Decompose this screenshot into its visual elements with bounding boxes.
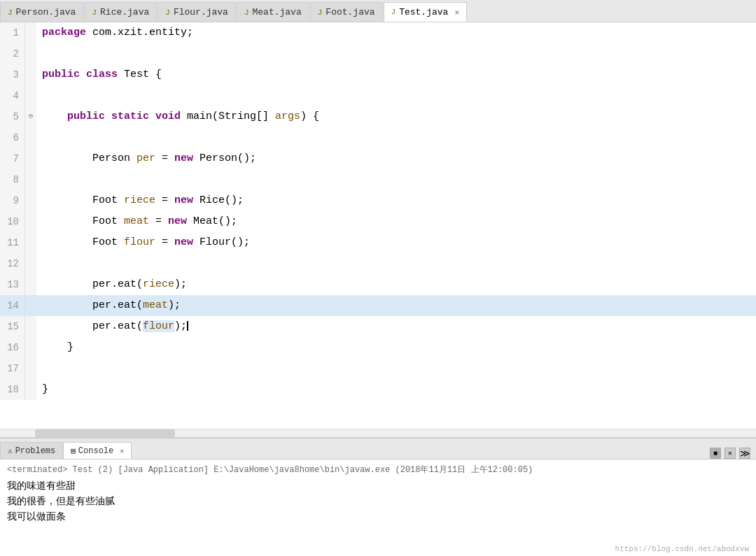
code-line-16: 16 }	[0, 337, 756, 358]
line-fold-2	[25, 43, 36, 64]
line-content-15: per.eat(flour);	[36, 316, 756, 337]
panel-tab-label-problems: Problems	[15, 446, 56, 456]
panel-tab-label-console: Console	[78, 446, 113, 456]
tab-label-person: Person.java	[16, 7, 76, 17]
line-fold-14	[25, 295, 36, 316]
tab-person[interactable]: J Person.java	[0, 2, 83, 22]
code-line-9: 9 Foot riece = new Rice();	[0, 190, 756, 211]
panel-tab-problems[interactable]: ⚠ Problems	[0, 442, 63, 459]
line-fold-10	[25, 211, 36, 232]
line-fold-6	[25, 127, 36, 148]
code-line-13: 13 per.eat(riece);	[0, 274, 756, 295]
java-icon-flour: J	[165, 8, 170, 17]
line-number-9: 9	[0, 190, 25, 211]
line-fold-5[interactable]: ⊖	[25, 106, 36, 127]
problems-icon: ⚠	[8, 446, 13, 455]
java-icon-rice: J	[92, 8, 97, 17]
line-content-11: Foot flour = new Flour();	[36, 232, 756, 253]
code-line-8: 8	[0, 169, 756, 190]
code-line-14: 14 per.eat(meat);	[0, 295, 756, 316]
line-number-17: 17	[0, 358, 25, 379]
panel-tab-console[interactable]: ▤ Console ✕	[63, 442, 132, 459]
line-number-3: 3	[0, 64, 25, 85]
line-number-12: 12	[0, 253, 25, 274]
code-line-18: 18 }	[0, 379, 756, 400]
code-editor: 1 package com.xzit.entity; 2 3 public cl…	[0, 22, 756, 437]
line-content-8	[36, 169, 756, 190]
code-line-3: 3 public class Test {	[0, 64, 756, 85]
code-line-1: 1 package com.xzit.entity;	[0, 22, 756, 43]
console-line-1: 我的味道有些甜	[7, 478, 749, 494]
tab-rice[interactable]: J Rice.java	[84, 2, 157, 22]
line-number-10: 10	[0, 211, 25, 232]
java-icon-foot: J	[318, 8, 323, 17]
line-content-16: }	[36, 337, 756, 358]
line-number-8: 8	[0, 169, 25, 190]
line-content-6	[36, 127, 756, 148]
tab-label-meat: Meat.java	[253, 7, 302, 17]
line-content-3: public class Test {	[36, 64, 756, 85]
tab-flour[interactable]: J Flour.java	[158, 2, 236, 22]
line-number-11: 11	[0, 232, 25, 253]
line-content-2	[36, 43, 756, 64]
java-icon-test: J	[391, 8, 396, 16]
line-number-16: 16	[0, 337, 25, 358]
line-fold-8	[25, 169, 36, 190]
console-line-3: 我可以做面条	[7, 509, 749, 525]
line-number-1: 1	[0, 22, 25, 43]
line-number-6: 6	[0, 127, 25, 148]
horizontal-scrollbar[interactable]	[0, 429, 756, 437]
java-icon-meat: J	[244, 8, 249, 17]
line-fold-16	[25, 337, 36, 358]
code-area[interactable]: 1 package com.xzit.entity; 2 3 public cl…	[0, 22, 756, 429]
line-fold-1	[25, 22, 36, 43]
code-line-17: 17	[0, 358, 756, 379]
line-number-13: 13	[0, 274, 25, 295]
code-line-10: 10 Foot meat = new Meat();	[0, 211, 756, 232]
line-number-14: 14	[0, 295, 25, 316]
line-number-15: 15	[0, 316, 25, 337]
code-line-2: 2	[0, 43, 756, 64]
close-panel-button[interactable]: ✕	[724, 448, 736, 459]
tab-test[interactable]: J Test.java ✕	[384, 2, 467, 22]
line-content-10: Foot meat = new Meat();	[36, 211, 756, 232]
console-output: <terminated> Test (2) [Java Application]…	[0, 459, 756, 556]
line-number-2: 2	[0, 43, 25, 64]
line-fold-7	[25, 148, 36, 169]
console-terminated-text: <terminated> Test (2) [Java Application]…	[7, 464, 749, 476]
java-icon-person: J	[8, 8, 13, 17]
code-line-15: 15 per.eat(flour);	[0, 316, 756, 337]
minimize-panel-button[interactable]: ≫	[739, 448, 750, 459]
line-number-18: 18	[0, 379, 25, 400]
line-number-7: 7	[0, 148, 25, 169]
line-content-4	[36, 85, 756, 106]
code-line-6: 6	[0, 127, 756, 148]
code-line-7: 7 Person per = new Person();	[0, 148, 756, 169]
line-content-17	[36, 358, 756, 379]
tab-label-test: Test.java	[399, 7, 448, 17]
code-line-12: 12	[0, 253, 756, 274]
code-line-5: 5 ⊖ public static void main(String[] arg…	[0, 106, 756, 127]
tab-close-test[interactable]: ✕	[454, 8, 459, 17]
line-fold-4	[25, 85, 36, 106]
line-fold-18	[25, 379, 36, 400]
tab-foot[interactable]: J Foot.java	[310, 2, 383, 22]
line-content-13: per.eat(riece);	[36, 274, 756, 295]
line-content-1: package com.xzit.entity;	[36, 22, 756, 43]
stop-button[interactable]: ■	[710, 448, 721, 459]
tab-label-flour: Flour.java	[174, 7, 228, 17]
line-fold-17	[25, 358, 36, 379]
watermark: https://blog.csdn.net/abodxvw	[615, 545, 749, 553]
line-content-14: per.eat(meat);	[36, 295, 756, 316]
line-content-9: Foot riece = new Rice();	[36, 190, 756, 211]
tab-meat[interactable]: J Meat.java	[237, 2, 309, 22]
bottom-panel: ⚠ Problems ▤ Console ✕ ■ ✕ ≫ <terminated…	[0, 437, 756, 556]
tab-bar: J Person.java J Rice.java J Flour.java J…	[0, 0, 756, 22]
panel-tab-close-console[interactable]: ✕	[120, 447, 124, 455]
line-number-5: 5	[0, 106, 25, 127]
console-icon: ▤	[71, 446, 76, 455]
line-fold-15	[25, 316, 36, 337]
line-content-5: public static void main(String[] args) {	[36, 106, 756, 127]
line-content-7: Person per = new Person();	[36, 148, 756, 169]
console-line-2: 我的很香，但是有些油腻	[7, 494, 749, 509]
